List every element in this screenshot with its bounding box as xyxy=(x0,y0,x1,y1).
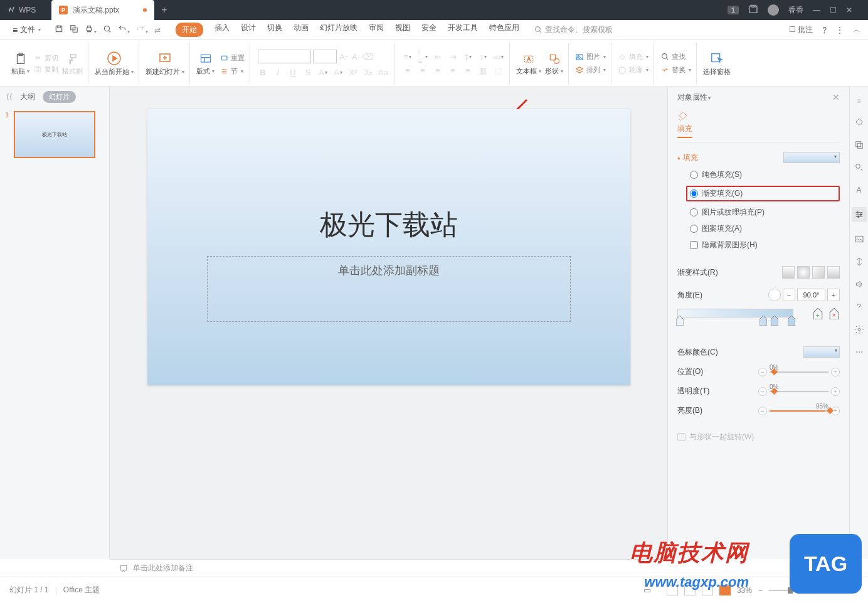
notification-badge[interactable]: 1 xyxy=(728,6,739,14)
new-slide-icon[interactable] xyxy=(157,51,172,66)
bullets-icon[interactable]: ≡ xyxy=(403,51,413,61)
stop-color-picker[interactable] xyxy=(803,346,840,358)
slide-canvas[interactable]: 极光下载站 单击此处添加副标题 xyxy=(110,87,667,559)
rail-settings-icon[interactable] xyxy=(854,324,865,335)
command-search[interactable]: 查找命令、搜索模板 xyxy=(534,24,613,35)
strikethrough-icon[interactable]: S xyxy=(303,67,313,77)
section-button[interactable]: 节 xyxy=(220,67,245,76)
tab-special[interactable]: 特色应用 xyxy=(489,23,519,37)
superscript-icon[interactable]: X² xyxy=(348,67,358,77)
align-right-icon[interactable]: ≡ xyxy=(433,65,443,75)
format-painter-button[interactable]: 格式刷 xyxy=(62,67,83,76)
slide-title[interactable]: 极光下载站 xyxy=(320,206,458,243)
gradient-bar[interactable] xyxy=(677,309,793,318)
tab-slideshow[interactable]: 幻灯片放映 xyxy=(320,23,357,37)
save-icon[interactable] xyxy=(55,24,63,35)
theme-name[interactable]: Office 主题 xyxy=(63,585,100,595)
tab-transition[interactable]: 切换 xyxy=(267,23,282,37)
tab-insert[interactable]: 插入 xyxy=(214,23,230,37)
line-spacing-icon[interactable]: ‡ xyxy=(463,51,473,61)
document-tab[interactable]: 演示文稿.pptx xyxy=(51,0,154,20)
collapse-sidebar[interactable]: ⟨⟨ xyxy=(6,92,13,101)
username[interactable]: 香香 xyxy=(788,5,803,16)
more-menu[interactable]: ⋮ xyxy=(836,26,844,35)
gradient-stop-2[interactable] xyxy=(760,316,767,326)
rail-text-icon[interactable]: A xyxy=(854,184,865,196)
position-decrease[interactable]: − xyxy=(758,368,767,376)
play-icon[interactable] xyxy=(107,51,122,66)
gradient-stop-4[interactable] xyxy=(788,316,795,326)
paste-button[interactable]: 粘贴 xyxy=(11,67,29,76)
angle-decrease[interactable]: − xyxy=(783,289,795,301)
textbox-button[interactable]: 文本框 xyxy=(516,67,541,76)
align-text-icon[interactable]: ▭ xyxy=(493,51,503,61)
find-button[interactable]: 查找 xyxy=(660,52,685,61)
print-icon[interactable] xyxy=(85,24,97,35)
file-menu[interactable]: 文件 xyxy=(8,24,46,35)
rail-diamond-icon[interactable] xyxy=(854,117,865,128)
fill-tab-icon[interactable] xyxy=(677,110,689,122)
close-panel-button[interactable]: ✕ xyxy=(832,92,840,102)
slide-thumbnail-1[interactable]: 1 极光下载站 xyxy=(5,111,104,158)
tab-home[interactable]: 开始 xyxy=(176,23,203,37)
text-direction-icon[interactable]: ↕ xyxy=(478,51,488,61)
transparency-decrease[interactable]: − xyxy=(758,387,767,396)
rail-handle[interactable]: ≡ xyxy=(857,97,861,105)
radio-pattern-fill[interactable]: 图案填充(A) xyxy=(690,223,840,234)
copy-button[interactable]: ⿻复制 xyxy=(33,65,58,74)
tab-review[interactable]: 审阅 xyxy=(369,23,384,37)
tab-developer[interactable]: 开发工具 xyxy=(448,23,478,37)
selection-pane-button[interactable]: 选择窗格 xyxy=(703,67,731,77)
zoom-out-button[interactable]: − xyxy=(758,586,763,595)
fill-preview-swatch[interactable] xyxy=(783,152,840,163)
radio-solid-fill[interactable]: 纯色填充(S) xyxy=(690,169,840,180)
transparency-increase[interactable]: + xyxy=(831,387,840,396)
convert-smartart-icon[interactable]: ⬚ xyxy=(493,65,503,75)
undo-icon[interactable] xyxy=(118,24,130,35)
qat-customize[interactable]: ⇄ xyxy=(154,26,161,35)
slide-counter[interactable]: 幻灯片 1 / 1 xyxy=(9,585,49,595)
new-slide-button[interactable]: 新建幻灯片 xyxy=(146,67,184,77)
subscript-icon[interactable]: X₂ xyxy=(363,67,373,77)
save-as-icon[interactable] xyxy=(70,24,78,35)
reset-button[interactable]: 重置 xyxy=(220,53,245,63)
numbering-icon[interactable]: ⁝≡ xyxy=(418,51,428,61)
redo-icon[interactable] xyxy=(136,24,148,35)
help-button[interactable]: ? xyxy=(822,26,827,35)
rail-properties-icon[interactable] xyxy=(852,207,867,222)
decrease-font-icon[interactable]: A- xyxy=(351,51,361,61)
tab-slides[interactable]: 幻灯片 xyxy=(43,91,76,103)
layout-button[interactable]: 版式 xyxy=(196,67,214,76)
remove-stop-button[interactable]: × xyxy=(828,307,840,320)
minimize-button[interactable]: — xyxy=(813,6,820,14)
bold-icon[interactable]: B xyxy=(258,67,268,77)
position-slider[interactable]: 0% xyxy=(770,371,828,373)
outline-button[interactable]: ◯轮廓 xyxy=(618,65,648,75)
gradient-stop-1[interactable] xyxy=(676,316,684,326)
maximize-button[interactable]: ☐ xyxy=(830,6,837,14)
clear-format-icon[interactable]: ⌫ xyxy=(363,51,373,61)
paste-icon[interactable] xyxy=(13,51,28,67)
rail-audio-icon[interactable] xyxy=(854,279,865,290)
brightness-decrease[interactable]: − xyxy=(758,407,767,415)
cut-button[interactable]: ✂剪切 xyxy=(33,53,58,63)
distributed-icon[interactable]: ≡ xyxy=(463,65,473,75)
fill-section-header[interactable]: 填充 xyxy=(677,152,840,163)
radio-gradient-fill[interactable]: 渐变填充(G) xyxy=(686,186,840,201)
close-button[interactable]: ✕ xyxy=(846,6,852,14)
gradient-stop-3[interactable] xyxy=(771,316,778,326)
print-preview-icon[interactable] xyxy=(103,24,112,35)
arrange-button[interactable]: 排列 xyxy=(575,65,606,75)
new-tab-button[interactable]: + xyxy=(154,0,174,20)
decrease-indent-icon[interactable]: ⇤ xyxy=(433,51,443,61)
notes-bar[interactable]: 单击此处添加备注 xyxy=(110,559,667,577)
italic-icon[interactable]: I xyxy=(273,67,283,77)
columns-icon[interactable]: ▥ xyxy=(478,65,488,75)
layout-icon[interactable] xyxy=(198,51,213,67)
apparel-icon[interactable] xyxy=(748,4,758,16)
picture-button[interactable]: 图片 xyxy=(575,52,606,61)
brightness-slider[interactable]: 95% xyxy=(770,410,828,412)
shapes-icon[interactable] xyxy=(547,51,562,67)
align-left-icon[interactable]: ≡ xyxy=(403,65,413,75)
panel-title[interactable]: 对象属性 xyxy=(677,92,711,103)
